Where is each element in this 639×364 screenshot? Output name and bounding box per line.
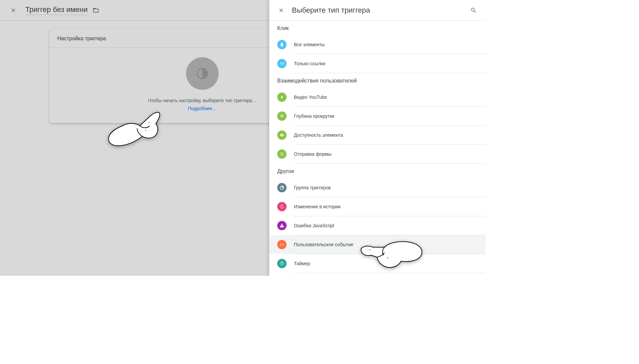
trigger-type-item[interactable]: Отправка формы: [269, 145, 486, 163]
history-icon: [277, 202, 287, 211]
group-title: Взаимодействия пользователей: [269, 73, 486, 88]
trigger-type-label: Ошибка JavaScript: [294, 223, 334, 228]
trigger-type-label: Только ссылки: [294, 61, 325, 66]
trigger-type-label: Видео YouTube: [294, 94, 327, 100]
trigger-type-label: Отправка формы: [294, 151, 331, 157]
trigger-type-label: Пользовательское событие: [294, 242, 353, 247]
group-title: Другое: [269, 164, 486, 178]
trigger-type-label: Изменение в истории: [294, 204, 340, 209]
code-icon: [277, 240, 287, 249]
swirl-icon: [277, 183, 287, 192]
search-icon: [470, 7, 477, 14]
eye-icon: [277, 130, 287, 140]
link-icon: [277, 59, 287, 68]
mouse-icon: [277, 40, 287, 49]
trigger-type-label: Группа триггеров: [294, 185, 331, 190]
close-icon: [278, 7, 284, 13]
warning-icon: [277, 221, 287, 230]
group-title: Клик: [269, 21, 486, 35]
play-icon: [277, 92, 287, 102]
trigger-type-label: Все элементы: [294, 42, 324, 47]
trigger-type-item[interactable]: Группа триггеров: [269, 178, 486, 197]
trigger-type-item[interactable]: Ошибка JavaScript: [269, 216, 486, 235]
trigger-type-item[interactable]: Глубина прокрутки: [269, 107, 486, 125]
trigger-type-item[interactable]: Все элементы: [269, 35, 486, 54]
divider: [294, 273, 486, 273]
trigger-type-label: Глубина прокрутки: [294, 113, 334, 119]
trigger-type-item[interactable]: Видео YouTube: [269, 88, 486, 106]
panel-header: Выберите тип триггера: [269, 0, 486, 21]
close-panel-button[interactable]: [277, 6, 285, 14]
move-icon: [277, 111, 287, 121]
timer-icon: [277, 259, 287, 268]
trigger-type-item[interactable]: Доступность элемента: [269, 126, 486, 144]
panel-title: Выберите тип триггера: [292, 6, 470, 15]
trigger-type-label: Таймер: [294, 261, 310, 266]
trigger-type-item[interactable]: Только ссылки: [269, 54, 486, 73]
list-icon: [277, 149, 287, 159]
trigger-type-label: Доступность элемента: [294, 132, 343, 138]
panel-body[interactable]: КликВсе элементыТолько ссылкиВзаимодейст…: [269, 21, 486, 276]
trigger-type-panel: Выберите тип триггера КликВсе элементыТо…: [269, 0, 486, 276]
trigger-type-item[interactable]: Таймер: [269, 254, 486, 273]
trigger-type-item[interactable]: Пользовательское событие: [269, 235, 486, 254]
trigger-type-item[interactable]: Изменение в истории: [269, 197, 486, 216]
search-button[interactable]: [470, 6, 478, 14]
